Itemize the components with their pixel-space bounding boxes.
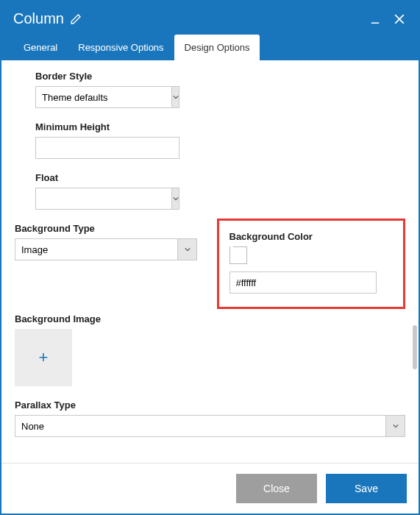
background-color-input[interactable] [229, 271, 377, 294]
column-settings-modal: Column General Responsive Options Design… [0, 0, 420, 515]
parallax-type-select[interactable] [15, 415, 405, 437]
tab-design-options[interactable]: Design Options [174, 35, 260, 60]
chevron-down-icon[interactable] [172, 86, 179, 108]
float-value[interactable] [35, 188, 172, 210]
background-color-label: Background Color [229, 231, 394, 242]
tab-bar: General Responsive Options Design Option… [13, 35, 407, 60]
add-image-button[interactable]: + [15, 329, 72, 386]
background-type-label: Background Type [15, 223, 204, 234]
background-row: Background Type Background Color [15, 223, 405, 309]
float-field: Float [35, 172, 405, 210]
color-swatch[interactable] [229, 246, 247, 264]
chevron-down-icon[interactable] [178, 238, 197, 260]
background-type-value[interactable] [15, 238, 178, 260]
scrollbar-thumb[interactable] [413, 325, 417, 369]
chevron-down-icon[interactable] [386, 415, 405, 437]
border-style-field: Border Style [35, 71, 405, 108]
tab-responsive-options[interactable]: Responsive Options [68, 35, 174, 60]
background-type-field: Background Type [15, 223, 204, 260]
plus-icon: + [39, 348, 49, 367]
edit-icon[interactable] [70, 13, 82, 25]
border-style-value[interactable] [35, 86, 172, 108]
minimum-height-field: Minimum Height [35, 121, 405, 159]
parallax-type-field: Parallax Type [15, 399, 405, 437]
modal-header: Column General Responsive Options Design… [1, 1, 419, 60]
modal-body: Border Style Minimum Height Float [1, 60, 419, 463]
minimum-height-label: Minimum Height [35, 121, 405, 132]
minimum-height-input[interactable] [35, 137, 179, 159]
save-button[interactable]: Save [326, 474, 407, 503]
background-color-col: Background Color [217, 223, 406, 309]
tab-general[interactable]: General [13, 35, 68, 60]
border-style-select[interactable] [35, 86, 179, 108]
modal-title: Column [13, 10, 64, 27]
float-label: Float [35, 172, 405, 183]
background-image-label: Background Image [15, 313, 405, 324]
float-select[interactable] [35, 188, 179, 210]
border-style-label: Border Style [35, 71, 405, 82]
window-controls [369, 12, 407, 26]
close-button[interactable]: Close [236, 474, 317, 503]
chevron-down-icon[interactable] [172, 188, 179, 210]
parallax-type-value[interactable] [15, 415, 386, 437]
background-color-highlight: Background Color [217, 219, 406, 309]
background-image-field: Background Image + [15, 313, 405, 386]
background-type-select[interactable] [15, 238, 197, 260]
minimize-button[interactable] [369, 13, 382, 26]
close-icon[interactable] [392, 12, 407, 26]
modal-footer: Close Save [1, 463, 419, 514]
title-left: Column [13, 10, 82, 27]
title-row: Column [13, 10, 407, 35]
parallax-type-label: Parallax Type [15, 399, 405, 411]
